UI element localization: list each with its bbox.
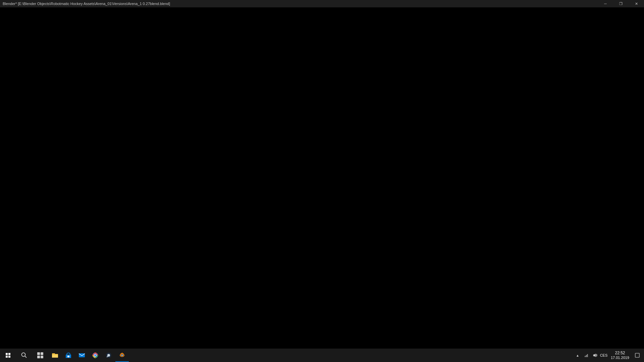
minimize-button[interactable]: ─: [598, 0, 613, 7]
taskbar-store[interactable]: [62, 349, 75, 362]
window-title: Blender* [E:\Blender Objects\Robotmatic …: [0, 2, 170, 6]
svg-rect-3: [41, 352, 43, 355]
chrome-icon: [92, 352, 99, 359]
windows-logo-icon: [6, 353, 10, 358]
clock-area[interactable]: 22:52 17.01.2019: [608, 349, 632, 362]
taskbar-file-explorer[interactable]: [48, 349, 62, 362]
svg-marker-26: [593, 354, 596, 357]
steam-icon: [105, 352, 112, 359]
network-icon: [584, 353, 589, 358]
blender-icon: [119, 352, 125, 358]
system-tray: ▲ CES 22:52 17.01.2019: [573, 349, 644, 362]
svg-rect-24: [586, 355, 587, 357]
taskbar-pinned-apps: [48, 349, 573, 362]
svg-rect-27: [635, 353, 639, 357]
svg-point-0: [22, 353, 25, 357]
task-view-icon: [37, 352, 44, 359]
search-icon: [21, 352, 28, 359]
mail-icon: [78, 352, 85, 359]
restore-button[interactable]: ❐: [613, 0, 629, 7]
store-icon: [65, 352, 72, 359]
show-hidden-icons-button[interactable]: ▲: [573, 349, 582, 362]
task-view-button[interactable]: [32, 349, 48, 362]
svg-rect-25: [587, 354, 588, 357]
ces-label: CES: [599, 353, 609, 357]
taskbar-chrome[interactable]: [89, 349, 102, 362]
clock-date: 17.01.2019: [611, 356, 629, 360]
network-tray-icon[interactable]: [582, 349, 591, 362]
start-button[interactable]: [0, 349, 16, 362]
svg-rect-5: [41, 356, 43, 358]
clock-time: 22:52: [615, 351, 625, 355]
svg-rect-10: [67, 356, 69, 357]
close-button[interactable]: ✕: [629, 0, 644, 7]
taskbar-blender[interactable]: [115, 349, 129, 362]
taskbar-steam[interactable]: [102, 349, 115, 362]
taskbar-mail[interactable]: [75, 349, 89, 362]
svg-rect-20: [122, 353, 122, 354]
svg-line-1: [25, 356, 27, 358]
chevron-icon: ▲: [576, 354, 579, 357]
speaker-tray-icon[interactable]: [591, 349, 599, 362]
svg-rect-4: [37, 356, 40, 358]
file-explorer-icon: [52, 352, 58, 359]
svg-point-14: [94, 354, 96, 356]
title-bar: Blender* [E:\Blender Objects\Robotmatic …: [0, 0, 644, 7]
notification-icon: [635, 353, 640, 358]
svg-rect-11: [79, 353, 85, 357]
search-button[interactable]: [16, 349, 32, 362]
taskbar: ▲ CES 22:52 17.01.2019: [0, 349, 644, 362]
ces-badge[interactable]: CES: [599, 349, 608, 362]
svg-rect-8: [52, 355, 58, 358]
svg-rect-2: [37, 352, 40, 355]
svg-rect-23: [585, 356, 586, 357]
svg-rect-6: [52, 353, 55, 354]
svg-point-19: [122, 355, 123, 356]
main-viewport: [0, 7, 644, 349]
window-controls: ─ ❐ ✕: [598, 0, 644, 7]
notification-button[interactable]: [632, 349, 643, 362]
speaker-icon: [593, 353, 597, 358]
